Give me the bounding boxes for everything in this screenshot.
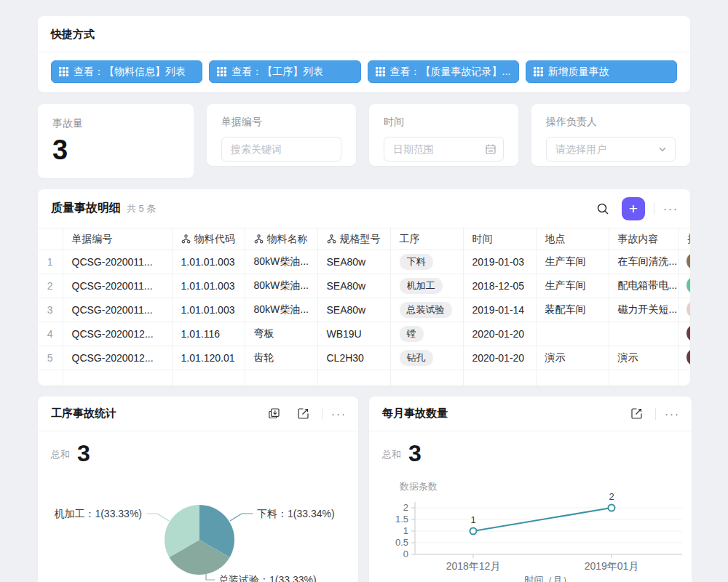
- point-label-1: 1: [470, 514, 475, 525]
- cell-location: 装配车间: [536, 298, 609, 322]
- association-icon: [254, 234, 264, 244]
- y-tick-1-5: 1.5: [395, 514, 408, 525]
- col-operator[interactable]: 操作负责人: [688, 233, 691, 244]
- pie-leader-right: [230, 514, 253, 521]
- col-material-code[interactable]: 物料代码: [194, 233, 235, 246]
- app-grid-icon: [534, 67, 543, 76]
- cell-location: 生产车间: [536, 250, 609, 274]
- col-time[interactable]: 时间: [472, 233, 493, 244]
- shortcut-view-process-list-button[interactable]: 查看：【工序】列表: [209, 60, 360, 83]
- time-filter-card: 时间: [369, 104, 518, 166]
- data-point-2[interactable]: [609, 505, 615, 511]
- cell-date: 2020-01-20: [463, 346, 536, 370]
- shortcut-view-accident-records-button[interactable]: 查看：【质量事故记录】...: [368, 60, 519, 83]
- cell-operator: [678, 322, 690, 346]
- add-record-button[interactable]: +: [622, 197, 645, 220]
- cell-process: 镗: [390, 322, 463, 346]
- more-menu-icon[interactable]: ···: [665, 407, 680, 420]
- search-icon[interactable]: [593, 199, 613, 219]
- association-icon: [327, 234, 336, 244]
- expand-icon[interactable]: [626, 404, 646, 424]
- toolbar-divider: [322, 408, 323, 420]
- monthly-accident-card: 每月事故数量 ··· 总和 3 数据条数: [369, 396, 692, 582]
- shortcut-view-material-list-button[interactable]: 查看：【物料信息】列表: [51, 60, 202, 83]
- cell-location: 演示: [536, 346, 609, 370]
- chevron-down-icon: [657, 143, 668, 155]
- pie-label-zongzhuang: 总装试验：1(33.33%): [218, 574, 317, 582]
- cell-content: [609, 322, 678, 346]
- cell-operator: [678, 346, 690, 370]
- cell-date: 2019-01-14: [463, 298, 536, 322]
- accident-count-label: 事故量: [52, 117, 179, 130]
- accident-table: 单据编号 物料代码 物料名称 规格型号 工序 时间 地点 事故内容 操作负责人 …: [38, 228, 690, 386]
- shortcut-button-label: 查看：【工序】列表: [232, 65, 323, 79]
- col-doc-no[interactable]: 单据编号: [72, 233, 113, 244]
- avatar: [687, 276, 691, 294]
- cell-spec: CL2H30: [317, 346, 390, 370]
- avatar: [687, 348, 691, 366]
- table-row[interactable]: 1 QCSG-2020011... 1.01.01.003 80kW柴油... …: [38, 250, 690, 274]
- y-tick-2: 2: [403, 502, 408, 513]
- doc-no-search-input[interactable]: [221, 137, 341, 162]
- pie-chart[interactable]: 下料：1(33.34%) 机加工：1(33.33%) 总装试验：1(33.33%…: [38, 462, 358, 582]
- app-grid-icon: [59, 67, 68, 76]
- cell-location: 生产车间: [536, 274, 609, 298]
- process-accident-stat-card: 工序事故统计 ··· 总和 3: [38, 396, 358, 582]
- expand-icon[interactable]: [293, 404, 313, 424]
- download-icon[interactable]: [264, 404, 284, 424]
- cell-code: 1.01.116: [172, 322, 245, 346]
- y-tick-1: 1: [403, 525, 408, 536]
- col-material-name[interactable]: 物料名称: [267, 233, 308, 246]
- cell-doc-no: QCSG-2020012...: [63, 322, 172, 346]
- cell-location: [536, 322, 609, 346]
- cell-doc-no: QCSG-2020012...: [63, 346, 172, 370]
- accident-count-card: 事故量 3: [38, 104, 194, 178]
- doc-no-filter-card: 单据编号: [207, 104, 356, 166]
- cell-name: 80kW柴油...: [245, 250, 317, 274]
- table-row[interactable]: 3 QCSG-2020011... 1.01.01.003 80kW柴油... …: [38, 298, 690, 322]
- operator-filter-label: 操作负责人: [546, 116, 676, 129]
- cell-content: 在车间清洗...: [609, 250, 678, 274]
- x-axis-title: 时间（月）: [525, 575, 572, 582]
- shortcut-button-label: 查看：【质量事故记录】...: [390, 65, 511, 79]
- y-tick-0-5: 0.5: [395, 537, 408, 548]
- table-row[interactable]: 5 QCSG-2020012... 1.01.120.01 齿轮 CL2H30 …: [38, 346, 690, 370]
- col-content[interactable]: 事故内容: [618, 233, 659, 244]
- table-header-row: 单据编号 物料代码 物料名称 规格型号 工序 时间 地点 事故内容 操作负责人: [38, 228, 690, 250]
- more-menu-icon[interactable]: ···: [663, 202, 678, 215]
- shortcuts-card: 快捷方式 查看：【物料信息】列表 查看：【工序】列表 查看：【质量事故记录】..…: [38, 16, 690, 92]
- cell-name: 80kW柴油...: [245, 274, 317, 298]
- table-row[interactable]: 4 QCSG-2020012... 1.01.116 弯板 WB19U 镗 20…: [38, 322, 690, 346]
- cell-process: 下料: [390, 250, 463, 274]
- shortcut-new-accident-button[interactable]: 新增质量事故: [526, 60, 677, 83]
- cell-doc-no: QCSG-2020011...: [63, 274, 172, 298]
- cell-code: 1.01.120.01: [172, 346, 245, 370]
- pie-leader-bottom: [206, 573, 215, 580]
- operator-filter-card: 操作负责人: [531, 104, 690, 166]
- shortcut-button-label: 查看：【物料信息】列表: [74, 65, 186, 79]
- table-count-badge: 共 5 条: [127, 202, 156, 215]
- cell-spec: SEA80w: [317, 250, 390, 274]
- accident-detail-card: 质量事故明细 共 5 条 + ··· 单据编号 物料代码 物料名称 规格型号: [38, 189, 690, 386]
- pie-label-jijiagong: 机加工：1(33.33%): [54, 508, 142, 519]
- cell-process: 钻孔: [390, 346, 463, 370]
- more-menu-icon[interactable]: ···: [331, 407, 347, 420]
- cell-name: 弯板: [245, 322, 317, 346]
- calendar-icon: [485, 143, 496, 155]
- col-spec[interactable]: 规格型号: [340, 233, 381, 246]
- cell-doc-no: QCSG-2020011...: [63, 250, 172, 274]
- process-tag: 镗: [400, 326, 424, 342]
- data-point-1[interactable]: [470, 528, 477, 535]
- col-process[interactable]: 工序: [400, 233, 420, 244]
- cell-code: 1.01.01.003: [172, 250, 245, 274]
- shortcut-button-label: 新增质量事故: [548, 65, 609, 79]
- y-tick-0: 0: [403, 549, 408, 559]
- cell-code: 1.01.01.003: [172, 274, 245, 298]
- line-chart[interactable]: 数据条数 2 1.5 1 0.5 0: [369, 462, 692, 582]
- pie-chart-title: 工序事故统计: [51, 407, 116, 420]
- cell-process: 机加工: [390, 274, 463, 298]
- doc-no-filter-label: 单据编号: [221, 116, 341, 129]
- col-location[interactable]: 地点: [545, 233, 566, 244]
- table-row[interactable]: 2 QCSG-2020011... 1.01.01.003 80kW柴油... …: [38, 274, 690, 298]
- association-icon: [181, 234, 191, 244]
